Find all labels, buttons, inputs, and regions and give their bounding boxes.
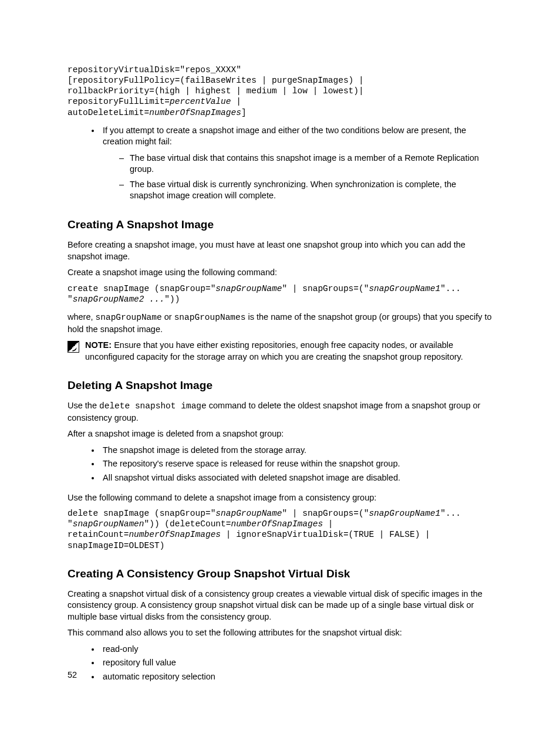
list-item: repository full value [100, 657, 492, 669]
note-text: NOTE: Ensure that you have either existi… [85, 340, 492, 363]
paragraph: This command also allows you to set the … [68, 627, 492, 639]
note-icon [68, 341, 79, 353]
heading-creating-cg-snapshot-vdisk: Creating A Consistency Group Snapshot Vi… [68, 567, 492, 580]
page-number: 52 [68, 670, 77, 679]
bullet-list-delete-effects: The snapshot image is deleted from the s… [68, 445, 492, 484]
paragraph: where, snapGroupName or snapGroupNames i… [68, 312, 492, 335]
paragraph: Creating a snapshot virtual disk of a co… [68, 589, 492, 623]
paragraph: Create a snapshot image using the follow… [68, 267, 492, 279]
paragraph: After a snapshot image is deleted from a… [68, 428, 492, 440]
list-item: read-only [100, 644, 492, 655]
paragraph: Use the delete snapshot image command to… [68, 400, 492, 424]
heading-deleting-snapshot-image: Deleting A Snapshot Image [68, 379, 492, 392]
note-callout: NOTE: Ensure that you have either existi… [68, 340, 492, 363]
list-item: The repository's reserve space is releas… [100, 458, 492, 470]
paragraph: Before creating a snapshot image, you mu… [68, 239, 492, 262]
sub-list: The base virtual disk that contains this… [103, 153, 492, 202]
bullet-list-cg-attributes: read-only repository full value automati… [68, 644, 492, 683]
code-block-delete-snapimage: delete snapImage (snapGroup="snapGroupNa… [68, 508, 492, 551]
list-item: All snapshot virtual disks associated wi… [100, 472, 492, 484]
list-item: automatic repository selection [100, 671, 492, 683]
list-item: If you attempt to create a snapshot imag… [100, 125, 492, 202]
list-item: The base virtual disk that contains this… [119, 153, 492, 175]
heading-creating-snapshot-image: Creating A Snapshot Image [68, 218, 492, 231]
list-item-text: If you attempt to create a snapshot imag… [103, 126, 466, 147]
document-page: repositoryVirtualDisk="repos_XXXX" [repo… [0, 0, 560, 744]
code-block-create-snapimage: create snapImage (snapGroup="snapGroupNa… [68, 283, 492, 305]
paragraph: Use the following command to delete a sn… [68, 492, 492, 504]
code-block-repository-options: repositoryVirtualDisk="repos_XXXX" [repo… [68, 65, 492, 118]
list-item: The snapshot image is deleted from the s… [100, 445, 492, 456]
bullet-list-conditions: If you attempt to create a snapshot imag… [68, 125, 492, 202]
list-item: The base virtual disk is currently synch… [119, 179, 492, 202]
